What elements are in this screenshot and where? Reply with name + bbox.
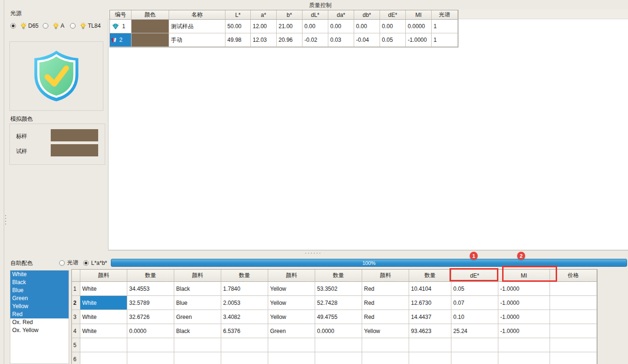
recipe-row-number[interactable]: 3 bbox=[72, 310, 80, 324]
recipe-cell[interactable] bbox=[498, 338, 550, 352]
mode-option-label[interactable]: 光谱 bbox=[67, 259, 78, 267]
qc-cell[interactable]: 0.00 bbox=[380, 20, 406, 33]
recipe-cell[interactable] bbox=[550, 324, 597, 338]
left-splitter-handle[interactable] bbox=[5, 213, 7, 226]
qc-col-header[interactable]: 编号 bbox=[110, 10, 132, 20]
qc-cell[interactable]: -0.02 bbox=[302, 33, 328, 47]
recipe-cell[interactable]: Red bbox=[362, 282, 409, 296]
recipe-cell[interactable]: 1.7840 bbox=[221, 282, 268, 296]
recipe-cell[interactable]: White bbox=[80, 310, 127, 324]
radio-d65[interactable] bbox=[10, 23, 16, 29]
recipe-cell[interactable]: Black bbox=[174, 324, 221, 338]
qc-cell[interactable]: 0.05 bbox=[380, 33, 406, 47]
recipe-cell[interactable] bbox=[409, 352, 451, 364]
recipe-cell[interactable] bbox=[127, 352, 174, 364]
recipe-cell[interactable]: 93.4623 bbox=[409, 324, 451, 338]
qc-col-header[interactable]: b* bbox=[277, 10, 302, 20]
qc-cell[interactable]: 12.00 bbox=[251, 20, 277, 33]
recipe-cell[interactable] bbox=[315, 352, 362, 364]
qc-cell[interactable]: 1 bbox=[432, 33, 458, 47]
recipe-cell[interactable] bbox=[80, 338, 127, 352]
recipe-cell[interactable] bbox=[550, 352, 597, 364]
radio-a[interactable] bbox=[43, 23, 48, 29]
recipe-col-header[interactable]: 数量 bbox=[315, 270, 362, 282]
recipe-cell[interactable]: 52.7428 bbox=[315, 296, 362, 310]
recipe-cell[interactable] bbox=[174, 338, 221, 352]
recipe-col-header[interactable]: 数量 bbox=[409, 270, 451, 282]
recipe-cell[interactable] bbox=[315, 338, 362, 352]
recipe-col-header[interactable]: 颜料 bbox=[174, 270, 221, 282]
qc-col-header[interactable]: L* bbox=[225, 10, 251, 20]
qc-col-header[interactable]: db* bbox=[354, 10, 380, 20]
recipe-row[interactable]: 6 bbox=[72, 352, 597, 364]
recipe-row-number[interactable]: 4 bbox=[72, 324, 80, 338]
recipe-cell[interactable] bbox=[409, 338, 451, 352]
recipe-cell[interactable]: 0.05 bbox=[451, 282, 498, 296]
qc-cell[interactable]: 0.0000 bbox=[406, 20, 432, 33]
recipe-cell[interactable]: 10.4104 bbox=[409, 282, 451, 296]
recipe-row-number[interactable]: 2 bbox=[72, 296, 80, 310]
recipe-col-header[interactable]: 颜料 bbox=[80, 270, 127, 282]
qc-col-header[interactable]: MI bbox=[406, 10, 432, 20]
recipe-cell[interactable] bbox=[498, 352, 550, 364]
recipe-cell[interactable]: Yellow bbox=[268, 310, 315, 324]
recipe-cell[interactable]: Yellow bbox=[268, 296, 315, 310]
mode-option-label[interactable]: L*a*b* bbox=[91, 260, 107, 266]
qc-cell[interactable]: 0.03 bbox=[328, 33, 354, 47]
recipe-row-number[interactable]: 5 bbox=[72, 338, 80, 352]
recipe-row-selected[interactable]: 2 White 32.5789 Blue 2.0053 Yellow 52.74… bbox=[72, 296, 597, 310]
qc-col-header[interactable]: dL* bbox=[302, 10, 328, 20]
recipe-cell[interactable] bbox=[451, 352, 498, 364]
recipe-cell[interactable] bbox=[268, 352, 315, 364]
recipe-row[interactable]: 1 White 34.4553 Black 1.7840 Yellow 53.3… bbox=[72, 282, 597, 296]
recipe-cell[interactable]: Blue bbox=[174, 296, 221, 310]
left-splitter[interactable] bbox=[4, 0, 4, 364]
qc-cell[interactable]: 20.96 bbox=[277, 33, 302, 47]
qc-cell[interactable]: 50.00 bbox=[225, 20, 251, 33]
list-item[interactable]: Green bbox=[10, 294, 69, 302]
list-item[interactable]: Black bbox=[10, 279, 69, 287]
recipe-cell[interactable]: 32.6726 bbox=[127, 310, 174, 324]
recipe-cell[interactable]: 0.07 bbox=[451, 296, 498, 310]
qc-cell[interactable]: 21.00 bbox=[277, 20, 302, 33]
qc-cell[interactable]: 1 bbox=[432, 20, 458, 33]
recipe-cell[interactable]: Yellow bbox=[268, 282, 315, 296]
qc-cell[interactable]: -1.0000 bbox=[406, 33, 432, 47]
list-item[interactable]: Blue bbox=[10, 287, 69, 294]
recipe-cell[interactable] bbox=[268, 338, 315, 352]
list-item[interactable]: Ox. Yellow bbox=[10, 326, 69, 334]
qc-cell[interactable]: 49.98 bbox=[225, 33, 251, 47]
recipe-cell[interactable]: 25.24 bbox=[451, 324, 498, 338]
recipe-cell[interactable] bbox=[451, 338, 498, 352]
recipe-cell[interactable]: 34.4553 bbox=[127, 282, 174, 296]
recipe-cell[interactable]: -1.0000 bbox=[498, 296, 550, 310]
recipe-cell[interactable]: Red bbox=[362, 310, 409, 324]
list-item[interactable]: Red bbox=[10, 310, 69, 318]
recipe-cell[interactable] bbox=[550, 310, 597, 324]
recipe-row-number[interactable]: 1 bbox=[72, 282, 80, 296]
light-source-option-a[interactable]: A bbox=[43, 22, 70, 30]
recipe-cell[interactable]: 14.4437 bbox=[409, 310, 451, 324]
recipe-cell[interactable]: 53.3502 bbox=[315, 282, 362, 296]
qc-col-header[interactable]: 名称 bbox=[169, 10, 225, 20]
recipe-row[interactable]: 4 White 0.0000 Black 6.5376 Green 0.0000… bbox=[72, 324, 597, 338]
recipe-cell[interactable]: 49.4755 bbox=[315, 310, 362, 324]
recipe-cell[interactable] bbox=[550, 338, 597, 352]
list-item[interactable]: Ox. Red bbox=[10, 318, 69, 326]
qc-col-header[interactable]: da* bbox=[328, 10, 354, 20]
recipe-cell[interactable]: 0.0000 bbox=[315, 324, 362, 338]
recipe-col-header[interactable]: 数量 bbox=[221, 270, 268, 282]
recipe-cell[interactable]: Green bbox=[268, 324, 315, 338]
recipe-col-header[interactable]: 颜料 bbox=[268, 270, 315, 282]
pigment-listbox[interactable]: White Black Blue Green Yellow Red Ox. Re… bbox=[10, 270, 69, 364]
recipe-cell[interactable] bbox=[362, 352, 409, 364]
recipe-cell[interactable] bbox=[221, 338, 268, 352]
qc-col-header[interactable]: 颜色 bbox=[132, 10, 169, 20]
recipe-cell[interactable]: Red bbox=[362, 296, 409, 310]
recipe-cell[interactable] bbox=[550, 282, 597, 296]
recipe-row-number[interactable]: 6 bbox=[72, 352, 80, 364]
recipe-cell[interactable]: -1.0000 bbox=[498, 282, 550, 296]
light-source-option-tl84[interactable]: TL84 bbox=[70, 22, 101, 30]
qc-cell[interactable]: 0.00 bbox=[328, 20, 354, 33]
list-item[interactable]: White bbox=[10, 271, 69, 279]
